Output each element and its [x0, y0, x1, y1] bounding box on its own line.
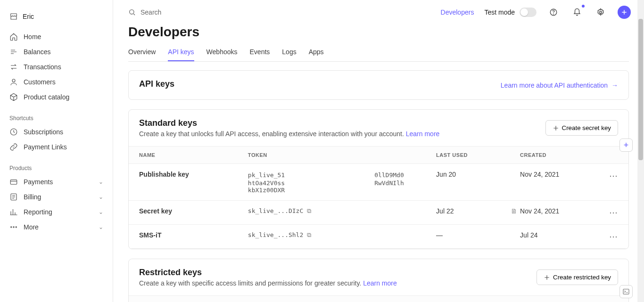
- scrollbar-track[interactable]: [637, 0, 644, 302]
- sidebar: Eric Home Balances Transactions Customer…: [0, 0, 113, 302]
- floating-terminal-button[interactable]: [619, 285, 633, 298]
- sidebar-item-home[interactable]: Home: [6, 29, 107, 44]
- sidebar-item-more[interactable]: More ⌄: [6, 220, 107, 235]
- settings-button[interactable]: [594, 6, 607, 19]
- nav-label: Transactions: [24, 63, 103, 71]
- product-catalog-icon: [9, 93, 18, 101]
- shortcuts-heading: Shortcuts: [6, 111, 107, 124]
- sidebar-item-payments[interactable]: Payments ⌄: [6, 174, 107, 189]
- notifications-button[interactable]: [570, 6, 584, 19]
- learn-more-authentication-link[interactable]: Learn more about API authentication →: [501, 82, 618, 89]
- row-actions-button[interactable]: ⋯: [609, 208, 618, 217]
- create-restricted-key-button[interactable]: Create restricted key: [537, 269, 618, 285]
- floating-add-button[interactable]: +: [619, 139, 633, 152]
- svg-point-6: [16, 227, 17, 228]
- nav-label: Billing: [24, 193, 93, 201]
- svg-point-7: [130, 10, 134, 14]
- test-mode-label: Test mode: [484, 8, 515, 16]
- search-input[interactable]: Search: [128, 8, 430, 16]
- standard-keys-card: Standard keys Create a key that unlocks …: [128, 109, 629, 249]
- row-actions-button[interactable]: ⋯: [609, 232, 618, 241]
- developers-link[interactable]: Developers: [441, 8, 474, 16]
- help-button[interactable]: [547, 6, 560, 19]
- store-icon: [9, 12, 18, 21]
- sidebar-item-transactions[interactable]: Transactions: [6, 59, 107, 74]
- restricted-keys-table: NAME TOKEN LAST USED CREATED No restrict…: [129, 295, 628, 302]
- button-label: Create restricted key: [553, 274, 611, 281]
- chevron-down-icon: ⌄: [99, 224, 103, 230]
- key-token[interactable]: sk_live_...DIzC⧉: [238, 201, 426, 225]
- col-last-used: LAST USED: [426, 147, 510, 164]
- tab-logs[interactable]: Logs: [282, 43, 296, 61]
- sidebar-item-payment-links[interactable]: Payment Links: [6, 139, 107, 155]
- svg-point-9: [553, 14, 554, 14]
- test-mode-toggle[interactable]: [520, 8, 537, 17]
- plus-icon: [544, 274, 550, 281]
- col-created: CREATED: [561, 296, 628, 302]
- sidebar-item-billing[interactable]: Billing ⌄: [6, 189, 107, 204]
- nav-label: Product catalog: [24, 93, 103, 101]
- restricted-keys-card: Restricted keys Create a key with specif…: [128, 259, 629, 302]
- tab-webhooks[interactable]: Webhooks: [206, 43, 238, 61]
- products-heading: Products: [6, 161, 107, 174]
- api-keys-banner: API keys Learn more about API authentica…: [128, 70, 629, 100]
- button-label: Create secret key: [562, 124, 611, 131]
- key-last-used: —: [426, 225, 510, 249]
- tab-events[interactable]: Events: [250, 43, 270, 61]
- topbar: Search Developers Test mode: [113, 0, 644, 24]
- test-mode-toggle-group: Test mode: [484, 8, 537, 17]
- sidebar-item-product-catalog[interactable]: Product catalog: [6, 90, 107, 105]
- account-switcher[interactable]: Eric: [6, 8, 107, 29]
- table-row: SMS-iTsk_live_...Shl2⧉—Jul 24⋯: [129, 225, 628, 249]
- tab-overview[interactable]: Overview: [128, 43, 156, 61]
- more-icon: [9, 223, 18, 231]
- content: Developers Overview API keys Webhooks Ev…: [113, 24, 644, 302]
- nav-products: Products Payments ⌄ Billing ⌄ Reporting …: [6, 161, 107, 235]
- sidebar-item-balances[interactable]: Balances: [6, 44, 107, 59]
- row-actions-button[interactable]: ⋯: [609, 171, 618, 180]
- standard-keys-title: Standard keys: [139, 118, 439, 128]
- bell-icon: [573, 8, 581, 16]
- key-last-used: Jul 22: [426, 201, 510, 225]
- nav-label: Balances: [24, 48, 103, 56]
- key-created: 🗎Nov 24, 2021: [510, 201, 599, 225]
- create-button[interactable]: [618, 6, 631, 19]
- sidebar-item-customers[interactable]: Customers: [6, 74, 107, 90]
- tab-api-keys[interactable]: API keys: [168, 43, 194, 61]
- table-row: Publishable keypk_live_510llD9Md0htOa42V…: [129, 164, 628, 201]
- standard-keys-table: NAME TOKEN LAST USED CREATED Publishable…: [129, 146, 628, 249]
- home-icon: [9, 33, 18, 41]
- main: Search Developers Test mode Developers: [113, 0, 644, 302]
- gear-icon: [596, 8, 605, 16]
- nav-shortcuts: Shortcuts Subscriptions Payment Links: [6, 111, 107, 155]
- key-token[interactable]: pk_live_510llD9Md0htOa42V0ssRwVdNIlhkbX1…: [238, 164, 426, 201]
- restricted-keys-learn-more-link[interactable]: Learn more: [363, 279, 397, 287]
- key-created: Jul 24: [510, 225, 599, 249]
- sidebar-item-reporting[interactable]: Reporting ⌄: [6, 204, 107, 220]
- col-token: TOKEN: [238, 147, 426, 164]
- copy-icon[interactable]: ⧉: [307, 231, 311, 238]
- terminal-icon: [622, 288, 630, 295]
- col-name: NAME: [129, 147, 238, 164]
- nav-label: Payment Links: [24, 143, 103, 151]
- standard-keys-desc: Create a key that unlocks full API acces…: [139, 130, 439, 138]
- nav-label: Reporting: [24, 208, 93, 216]
- sidebar-item-subscriptions[interactable]: Subscriptions: [6, 124, 107, 139]
- scrollbar-thumb[interactable]: [638, 19, 643, 160]
- learn-more-text: Learn more about API authentication: [501, 82, 608, 89]
- key-token[interactable]: sk_live_...Shl2⧉: [238, 225, 426, 249]
- customers-icon: [9, 78, 18, 86]
- key-name: Secret key: [129, 201, 238, 225]
- page-title: Developers: [128, 24, 629, 40]
- svg-point-0: [12, 79, 15, 82]
- arrow-right-icon: →: [611, 82, 618, 89]
- nav-label: Customers: [24, 78, 103, 86]
- copy-icon[interactable]: ⧉: [307, 207, 311, 214]
- standard-keys-learn-more-link[interactable]: Learn more: [406, 130, 440, 138]
- create-secret-key-button[interactable]: Create secret key: [545, 120, 618, 136]
- key-created: Nov 24, 2021: [510, 164, 599, 201]
- chevron-down-icon: ⌄: [99, 179, 103, 185]
- tab-apps[interactable]: Apps: [309, 43, 324, 61]
- note-icon[interactable]: 🗎: [511, 207, 517, 215]
- link-icon: [9, 143, 18, 151]
